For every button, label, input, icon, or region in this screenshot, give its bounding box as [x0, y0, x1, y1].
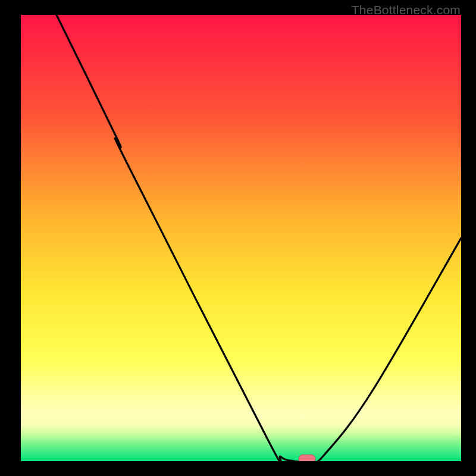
plot-area: [21, 15, 461, 461]
watermark-text: TheBottleneck.com: [352, 3, 461, 17]
gradient-background: [21, 15, 461, 461]
optimal-marker: [299, 455, 315, 461]
bottleneck-curve-chart: [21, 15, 461, 461]
chart-frame: TheBottleneck.com: [0, 0, 476, 476]
